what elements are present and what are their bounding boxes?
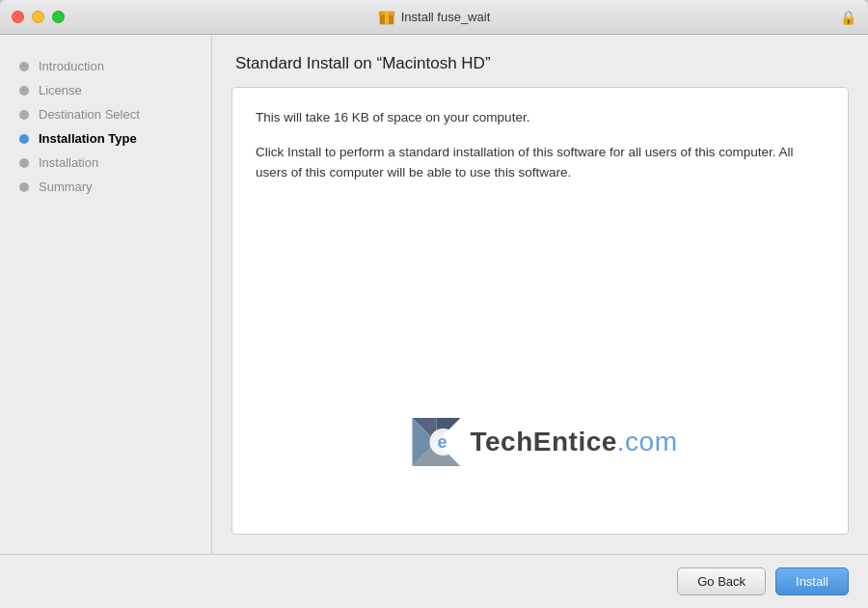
close-button[interactable] xyxy=(12,11,24,23)
sidebar-dot-installation-type xyxy=(19,134,29,144)
content-paragraph-2: Click Install to perform a standard inst… xyxy=(256,142,825,183)
content-title: Standard Install on “Macintosh HD” xyxy=(231,54,849,73)
sidebar-label-summary: Summary xyxy=(39,180,93,194)
watermark-logo-icon: e xyxy=(403,408,471,476)
title-bar: Install fuse_wait 🔒 xyxy=(0,0,868,35)
sidebar-label-introduction: Introduction xyxy=(39,59,104,73)
watermark-brand: TechEntice xyxy=(471,427,617,456)
footer: Go Back Install xyxy=(0,554,868,608)
window-title: Install fuse_wait xyxy=(401,10,491,24)
sidebar-label-destination: Destination Select xyxy=(39,107,140,122)
sidebar-dot-summary xyxy=(19,182,29,192)
sidebar-label-license: License xyxy=(39,83,82,97)
content-paragraph-1: This will take 16 KB of space on your co… xyxy=(256,107,825,128)
watermark-text: TechEntice.com xyxy=(471,427,678,457)
sidebar-dot-license xyxy=(19,86,29,96)
sidebar-item-summary[interactable]: Summary xyxy=(0,175,211,199)
sidebar-item-installation[interactable]: Installation xyxy=(0,151,211,175)
main-content: Introduction License Destination Select … xyxy=(0,35,868,554)
sidebar-item-destination-select[interactable]: Destination Select xyxy=(0,102,211,126)
sidebar-dot-destination xyxy=(19,110,29,120)
content-area: Standard Install on “Macintosh HD” This … xyxy=(212,35,868,554)
content-box: This will take 16 KB of space on your co… xyxy=(231,87,849,535)
sidebar-dot-introduction xyxy=(19,62,29,71)
svg-text:e: e xyxy=(438,432,448,452)
svg-rect-2 xyxy=(385,12,389,24)
sidebar-dot-installation xyxy=(19,158,29,168)
sidebar: Introduction License Destination Select … xyxy=(0,35,212,554)
sidebar-item-introduction[interactable]: Introduction xyxy=(0,54,211,78)
sidebar-item-installation-type[interactable]: Installation Type xyxy=(0,126,211,151)
install-button[interactable]: Install xyxy=(775,567,849,595)
maximize-button[interactable] xyxy=(52,11,65,23)
title-bar-text: Install fuse_wait xyxy=(378,9,491,26)
minimize-button[interactable] xyxy=(32,11,44,23)
package-icon xyxy=(378,9,395,26)
sidebar-label-installation: Installation xyxy=(39,155,98,170)
lock-icon: 🔒 xyxy=(840,10,856,25)
watermark: e TechEntice.com xyxy=(403,408,678,476)
go-back-button[interactable]: Go Back xyxy=(677,567,766,595)
sidebar-label-installation-type: Installation Type xyxy=(39,131,137,146)
watermark-suffix: .com xyxy=(617,427,678,456)
window-controls[interactable] xyxy=(12,11,65,23)
sidebar-item-license[interactable]: License xyxy=(0,78,211,102)
